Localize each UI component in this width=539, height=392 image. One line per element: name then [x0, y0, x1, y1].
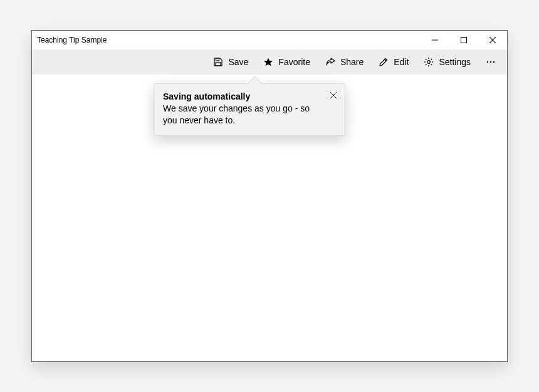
- command-bar: Save Favorite Share: [32, 49, 507, 75]
- teaching-tip-subtitle: We save your changes as you go - so you …: [163, 103, 326, 126]
- share-icon: [325, 57, 335, 67]
- edit-label: Edit: [394, 57, 409, 67]
- close-button[interactable]: [478, 31, 507, 49]
- settings-button[interactable]: Settings: [416, 49, 478, 75]
- favorite-label: Favorite: [278, 57, 310, 67]
- more-button[interactable]: [478, 49, 503, 75]
- window-controls: [421, 31, 507, 49]
- star-icon: [263, 57, 273, 67]
- close-icon: [489, 37, 496, 43]
- svg-line-6: [385, 59, 387, 61]
- settings-label: Settings: [439, 57, 471, 67]
- maximize-icon: [461, 37, 467, 43]
- svg-point-7: [427, 61, 431, 64]
- gear-icon: [424, 57, 434, 67]
- share-label: Share: [340, 57, 364, 67]
- teaching-tip-close-button[interactable]: [327, 89, 340, 101]
- content-area: Saving automatically We save your change…: [32, 75, 507, 361]
- teaching-tip-title: Saving automatically: [163, 91, 321, 101]
- svg-rect-4: [216, 58, 219, 61]
- maximize-button[interactable]: [449, 31, 478, 49]
- svg-line-13: [431, 64, 432, 66]
- favorite-button[interactable]: Favorite: [256, 49, 318, 75]
- close-icon: [330, 92, 337, 98]
- teaching-tip: Saving automatically We save your change…: [154, 83, 345, 136]
- svg-point-16: [487, 61, 488, 63]
- titlebar: Teaching Tip Sample: [32, 31, 507, 49]
- svg-line-15: [426, 64, 427, 66]
- minimize-icon: [432, 37, 438, 43]
- save-label: Save: [228, 57, 248, 67]
- ellipsis-icon: [486, 57, 496, 67]
- edit-button[interactable]: Edit: [371, 49, 416, 75]
- app-window: Teaching Tip Sample: [31, 30, 508, 362]
- svg-line-12: [426, 59, 427, 60]
- save-icon: [213, 57, 223, 67]
- minimize-button[interactable]: [421, 31, 449, 49]
- pencil-icon: [379, 57, 389, 67]
- svg-point-18: [493, 61, 495, 63]
- share-button[interactable]: Share: [318, 49, 371, 75]
- svg-point-17: [490, 61, 491, 63]
- save-button[interactable]: Save: [206, 49, 256, 75]
- window-title: Teaching Tip Sample: [37, 36, 107, 44]
- svg-line-14: [431, 59, 432, 60]
- svg-rect-1: [461, 38, 467, 43]
- svg-rect-5: [216, 63, 221, 66]
